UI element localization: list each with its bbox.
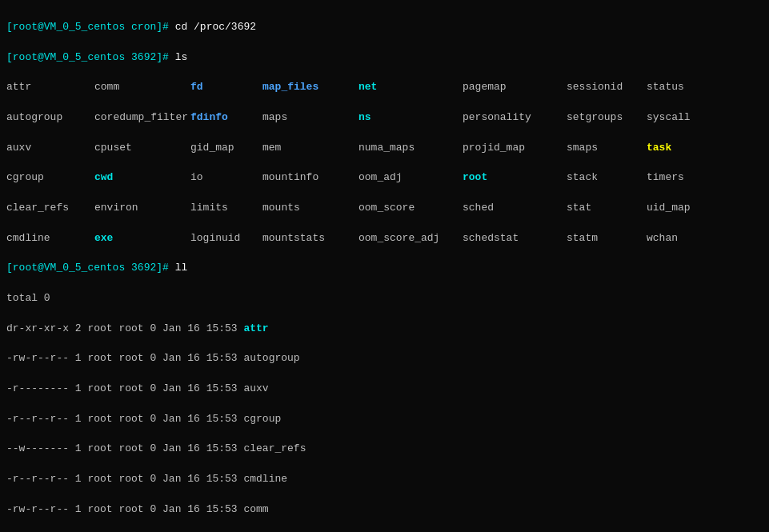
- prompt-2: [root@VM_0_5_centos 3692]#: [6, 51, 169, 63]
- ll-row-cmdline: -r--r--r-- 1 root root 0 Jan 16 15:53 cm…: [6, 472, 763, 487]
- line-ls-output-3: auxvcpusetgid_mapmemnuma_mapsprojid_maps…: [6, 141, 763, 156]
- line-ls: [root@VM_0_5_centos 3692]# ls: [6, 50, 763, 66]
- terminal-output: [root@VM_0_5_centos cron]# cd /proc/3692…: [6, 5, 763, 532]
- ll-row-autogroup: -rw-r--r-- 1 root root 0 Jan 16 15:53 au…: [6, 351, 763, 366]
- ll-row-attr: dr-xr-xr-x 2 root root 0 Jan 16 15:53 at…: [6, 322, 763, 337]
- prompt-3: [root@VM_0_5_centos 3692]#: [6, 262, 169, 274]
- line-ls-output-5: clear_refsenvironlimitsmountsoom_scoresc…: [6, 201, 763, 216]
- line-total: total 0: [6, 291, 763, 306]
- prompt-1: [root@VM_0_5_centos cron]#: [6, 21, 169, 33]
- line-ls-output-2: autogroupcoredump_filterfdinfomapsnspers…: [6, 110, 763, 126]
- ll-row-clear-refs: --w------- 1 root root 0 Jan 16 15:53 cl…: [6, 442, 763, 457]
- line-ls-output-1: attrcommfdmap_filesnetpagemapsessionidst…: [6, 80, 763, 95]
- line-ls-output-4: cgroupcwdiomountinfooom_adjrootstacktime…: [6, 170, 763, 186]
- ll-row-auxv: -r-------- 1 root root 0 Jan 16 15:53 au…: [6, 382, 763, 397]
- line-cd: [root@VM_0_5_centos cron]# cd /proc/3692: [6, 20, 763, 35]
- ll-row-comm: -rw-r--r-- 1 root root 0 Jan 16 15:53 co…: [6, 502, 763, 518]
- line-ls-output-6: cmdlineexeloginuidmountstatsoom_score_ad…: [6, 231, 763, 246]
- ll-row-cgroup: -r--r--r-- 1 root root 0 Jan 16 15:53 cg…: [6, 412, 763, 427]
- line-ll-prompt: [root@VM_0_5_centos 3692]# ll: [6, 261, 763, 276]
